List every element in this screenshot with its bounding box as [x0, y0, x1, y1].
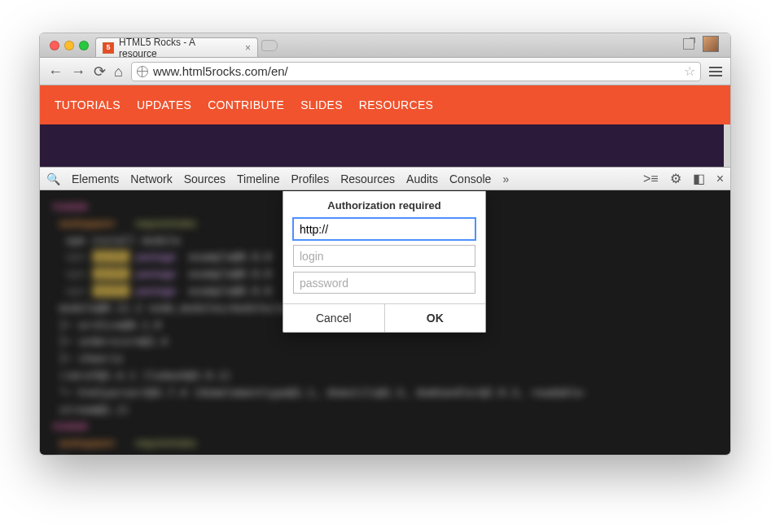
fullscreen-icon[interactable] — [683, 38, 694, 50]
devtools-tab-sources[interactable]: Sources — [184, 172, 226, 185]
page-viewport: TUTORIALS UPDATES CONTRIBUTE SLIDES RESO… — [40, 85, 730, 455]
browser-tab[interactable]: HTML5 Rocks - A resource × — [95, 37, 258, 57]
address-bar[interactable]: www.html5rocks.com/en/ ☆ — [131, 62, 701, 81]
site-nav-bar: TUTORIALS UPDATES CONTRIBUTE SLIDES RESO… — [40, 85, 730, 124]
tab-bar: HTML5 Rocks - A resource × — [40, 33, 730, 58]
url-text: www.html5rocks.com/en/ — [153, 64, 679, 78]
devtools-tab-resources[interactable]: Resources — [340, 172, 395, 185]
site-hero — [40, 124, 730, 167]
browser-window: HTML5 Rocks - A resource × ← → ⟳ ⌂ www.h… — [39, 33, 731, 456]
auth-ok-button[interactable]: OK — [384, 304, 486, 332]
nav-slides[interactable]: SLIDES — [300, 98, 343, 111]
html5-favicon — [103, 42, 114, 54]
gear-icon[interactable]: ⚙ — [670, 171, 681, 186]
devtools-tab-elements[interactable]: Elements — [72, 172, 119, 185]
tab-title: HTML5 Rocks - A resource — [119, 37, 235, 59]
drawer-toggle-icon[interactable]: >≡ — [643, 172, 659, 186]
home-button[interactable]: ⌂ — [114, 64, 123, 79]
dock-icon[interactable]: ◧ — [693, 171, 705, 186]
search-icon[interactable]: 🔍 — [46, 172, 60, 185]
devtools-toolbar: 🔍 Elements Network Sources Timeline Prof… — [40, 168, 730, 190]
window-controls — [50, 41, 89, 50]
devtools-overflow-icon[interactable]: » — [502, 172, 509, 185]
auth-login-input[interactable] — [293, 245, 475, 267]
new-tab-button[interactable] — [261, 40, 278, 51]
globe-icon — [137, 66, 148, 77]
nav-resources[interactable]: RESOURCES — [359, 98, 433, 111]
nav-tutorials[interactable]: TUTORIALS — [55, 98, 120, 111]
auth-dialog: Authorization required Cancel OK — [283, 191, 486, 333]
devtools-tab-timeline[interactable]: Timeline — [237, 172, 279, 185]
devtools-tab-profiles[interactable]: Profiles — [291, 172, 329, 185]
devtools-tab-audits[interactable]: Audits — [406, 172, 438, 185]
back-button[interactable]: ← — [48, 64, 63, 79]
auth-password-input[interactable] — [293, 272, 475, 294]
devtools-close-icon[interactable]: × — [716, 172, 724, 186]
auth-dialog-title: Authorization required — [283, 191, 485, 218]
window-maximize-button[interactable] — [79, 41, 89, 50]
nav-updates[interactable]: UPDATES — [137, 98, 191, 111]
auth-cancel-button[interactable]: Cancel — [283, 304, 384, 332]
profile-avatar[interactable] — [703, 36, 719, 52]
auth-url-input[interactable] — [293, 218, 475, 240]
window-close-button[interactable] — [50, 41, 59, 50]
tab-close-icon[interactable]: × — [245, 42, 251, 54]
devtools-tab-console[interactable]: Console — [449, 172, 491, 185]
forward-button[interactable]: → — [71, 64, 85, 79]
nav-contribute[interactable]: CONTRIBUTE — [208, 98, 284, 111]
devtools-panel: 🔍 Elements Network Sources Timeline Prof… — [40, 167, 730, 455]
reload-button[interactable]: ⟳ — [94, 64, 106, 79]
bookmark-star-icon[interactable]: ☆ — [684, 63, 695, 79]
devtools-body: module workspace> require/index npm inst… — [40, 190, 730, 455]
browser-toolbar: ← → ⟳ ⌂ www.html5rocks.com/en/ ☆ — [40, 58, 730, 85]
devtools-tab-network[interactable]: Network — [130, 172, 172, 185]
window-minimize-button[interactable] — [64, 41, 74, 50]
browser-menu-button[interactable] — [709, 67, 722, 76]
